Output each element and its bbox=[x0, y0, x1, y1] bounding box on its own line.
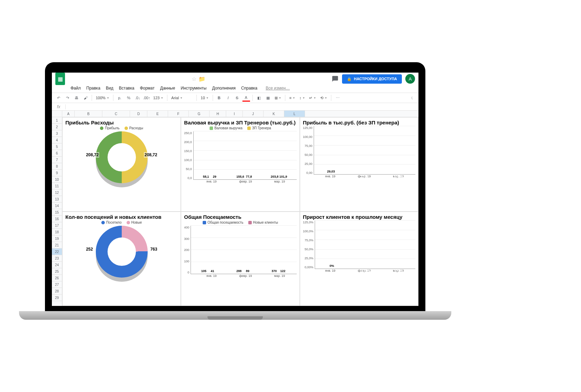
row-header[interactable]: 2 bbox=[52, 124, 62, 130]
toolbar: ↶ ↷ 🖶 🖌 100%▼ р. % .0↓ .00↑ 123▼ Arial▼ … bbox=[52, 93, 418, 103]
row-header[interactable]: 8 bbox=[52, 163, 62, 170]
row-header[interactable]: 27 bbox=[52, 281, 62, 288]
col-header[interactable]: C bbox=[102, 111, 130, 117]
bold-button[interactable]: B bbox=[215, 94, 223, 102]
row-header[interactable]: 25 bbox=[52, 268, 62, 275]
text-color-button[interactable]: A bbox=[242, 94, 250, 102]
paint-format-icon[interactable]: 🖌 bbox=[82, 94, 89, 102]
chart[interactable]: Кол-во посещений и новых клиентовПосетил… bbox=[62, 212, 181, 306]
row-header[interactable]: 9 bbox=[52, 170, 62, 176]
share-button[interactable]: 🔒 НАСТРОЙКИ ДОСТУПА bbox=[342, 74, 402, 84]
row-header[interactable]: 15 bbox=[52, 209, 62, 216]
menu-format[interactable]: Формат bbox=[137, 85, 157, 91]
folder-icon[interactable]: 📁 bbox=[199, 76, 205, 82]
row-header[interactable]: 12 bbox=[52, 189, 62, 196]
chart-title: Прирост клиентов к прошлому месяцу bbox=[303, 214, 415, 220]
menu-insert[interactable]: Вставка bbox=[116, 85, 137, 91]
row-header[interactable]: 3 bbox=[52, 130, 62, 137]
row-header[interactable]: 10 bbox=[52, 176, 62, 183]
valign-button[interactable]: ↕▼ bbox=[298, 96, 306, 100]
font-size-select[interactable]: 10▼ bbox=[199, 96, 210, 100]
changes-link[interactable]: Все измен… bbox=[263, 85, 293, 91]
more-icon[interactable]: ⋯ bbox=[334, 94, 341, 102]
col-header[interactable]: B bbox=[75, 111, 102, 117]
row-headers[interactable]: 1234567891011121314151617181921222324252… bbox=[52, 111, 62, 306]
row-header[interactable]: 24 bbox=[52, 262, 62, 268]
row-header[interactable]: 17 bbox=[52, 222, 62, 229]
lock-icon: 🔒 bbox=[347, 77, 352, 81]
row-header[interactable]: 5 bbox=[52, 143, 62, 150]
col-header[interactable]: A bbox=[62, 111, 75, 117]
strike-button[interactable]: S bbox=[233, 94, 241, 102]
menu-data[interactable]: Данные bbox=[157, 85, 178, 91]
fx-label: fx bbox=[52, 104, 66, 109]
sheets-logo-icon[interactable]: ▦ bbox=[55, 73, 65, 85]
chart-title: Прибыль в тыс.руб. (без ЗП тренера) bbox=[303, 120, 415, 125]
row-header[interactable]: 18 bbox=[52, 229, 62, 235]
num-format-select[interactable]: 123▼ bbox=[152, 96, 165, 100]
avatar[interactable]: A bbox=[405, 74, 415, 84]
collapse-toolbar-icon[interactable]: ㄑ bbox=[408, 94, 416, 102]
comment-icon[interactable] bbox=[332, 75, 339, 82]
row-header[interactable]: 14 bbox=[52, 203, 62, 209]
row-header[interactable]: 16 bbox=[52, 216, 62, 222]
undo-icon[interactable]: ↶ bbox=[55, 94, 62, 102]
row-header[interactable]: 26 bbox=[52, 275, 62, 281]
chart[interactable]: Общая ПосещаемостьОбщая посещаемостьНовы… bbox=[181, 212, 299, 306]
star-icon[interactable]: ☆ bbox=[192, 76, 196, 82]
chart-title: Кол-во посещений и новых клиентов bbox=[65, 214, 178, 220]
percent-button[interactable]: % bbox=[125, 94, 132, 102]
rotate-button[interactable]: ⟲▼ bbox=[319, 96, 329, 100]
row-header[interactable]: 22 bbox=[52, 249, 62, 255]
row-header[interactable]: 21 bbox=[52, 242, 62, 249]
row-header[interactable]: 6 bbox=[52, 150, 62, 157]
row-header[interactable]: 19 bbox=[52, 235, 62, 242]
row-header[interactable]: 11 bbox=[52, 183, 62, 189]
row-header[interactable]: 23 bbox=[52, 255, 62, 262]
currency-button[interactable]: р. bbox=[116, 94, 123, 102]
dec-less-button[interactable]: .0↓ bbox=[134, 94, 141, 102]
row-header[interactable]: 29 bbox=[52, 295, 62, 301]
menu-addons[interactable]: Дополнения bbox=[209, 85, 238, 91]
col-header[interactable]: I bbox=[226, 111, 243, 117]
menubar: Файл Правка Вид Вставка Формат Данные Ин… bbox=[52, 85, 418, 93]
chart[interactable]: Валовая выручка и ЗП Тренеров (тыс.руб.)… bbox=[181, 117, 299, 212]
col-header[interactable]: G bbox=[189, 111, 210, 117]
menu-view[interactable]: Вид bbox=[103, 85, 116, 91]
chart[interactable]: Прибыль РасходыПрибыльРасходы 208,72 208… bbox=[62, 117, 181, 212]
wrap-button[interactable]: ↵▼ bbox=[308, 96, 317, 100]
col-header[interactable]: K bbox=[264, 111, 284, 117]
row-header[interactable]: 1 bbox=[52, 117, 62, 124]
fill-color-icon[interactable]: ◧ bbox=[255, 94, 263, 102]
dec-more-button[interactable]: .00↑ bbox=[143, 94, 150, 102]
chart-title: Валовая выручка и ЗП Тренеров (тыс.руб.) bbox=[184, 120, 296, 125]
chart-title: Общая Посещаемость bbox=[184, 214, 296, 220]
share-label: НАСТРОЙКИ ДОСТУПА bbox=[354, 77, 397, 81]
print-icon[interactable]: 🖶 bbox=[73, 94, 80, 102]
col-header[interactable]: J bbox=[243, 111, 264, 117]
menu-file[interactable]: Файл bbox=[68, 85, 84, 91]
col-header[interactable]: F bbox=[168, 111, 189, 117]
row-header[interactable]: 7 bbox=[52, 157, 62, 163]
font-select[interactable]: Arial▼ bbox=[170, 96, 194, 100]
borders-icon[interactable]: ▦ bbox=[264, 94, 272, 102]
row-header[interactable]: 4 bbox=[52, 137, 62, 143]
row-header[interactable]: 13 bbox=[52, 196, 62, 203]
title-area: ☆ 📁 bbox=[68, 76, 328, 82]
chart[interactable]: Прирост клиентов к прошлому месяцу125,0%… bbox=[300, 212, 418, 306]
menu-help[interactable]: Справка bbox=[238, 85, 260, 91]
menu-tools[interactable]: Инструменты bbox=[178, 85, 209, 91]
menu-edit[interactable]: Правка bbox=[84, 85, 103, 91]
merge-button[interactable]: ⊞▼ bbox=[273, 96, 283, 100]
chart[interactable]: Прибыль в тыс.руб. (без ЗП тренера)125,0… bbox=[300, 117, 418, 212]
col-header[interactable]: H bbox=[210, 111, 226, 117]
column-headers[interactable]: ABCDEFGHIJKL bbox=[62, 111, 418, 117]
row-header[interactable]: 28 bbox=[52, 288, 62, 295]
redo-icon[interactable]: ↷ bbox=[64, 94, 71, 102]
col-header[interactable]: D bbox=[130, 111, 147, 117]
zoom-select[interactable]: 100%▼ bbox=[94, 96, 111, 100]
italic-button[interactable]: I bbox=[224, 94, 232, 102]
halign-button[interactable]: ≡▼ bbox=[288, 96, 296, 100]
col-header[interactable]: L bbox=[284, 111, 305, 117]
col-header[interactable]: E bbox=[147, 111, 168, 117]
